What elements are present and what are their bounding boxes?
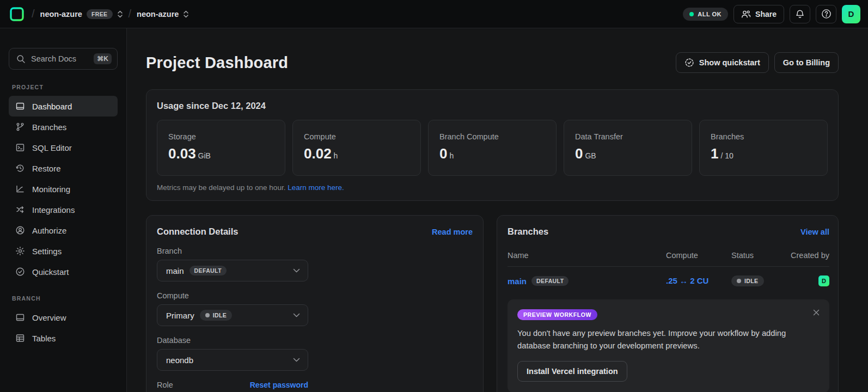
search-placeholder: Search Docs xyxy=(31,54,88,63)
stat-label: Branch Compute xyxy=(439,132,545,141)
breadcrumb-org[interactable]: neon-azure FREE xyxy=(40,9,123,19)
branches-title: Branches xyxy=(508,226,548,237)
compute-select[interactable]: Primary IDLE xyxy=(157,304,308,326)
sidebar-item-overview[interactable]: Overview xyxy=(9,307,118,328)
sidebar-item-label: Dashboard xyxy=(32,102,72,111)
idle-dot xyxy=(737,279,741,283)
search-docs-input[interactable]: Search Docs ⌘K xyxy=(9,48,118,70)
go-to-billing-button[interactable]: Go to Billing xyxy=(774,52,839,73)
stat-value: 0 xyxy=(575,145,583,162)
compute-field-label: Compute xyxy=(157,291,189,300)
org-name: neon-azure xyxy=(40,10,82,19)
connection-details-card: Connection Details Read more Branch main… xyxy=(146,215,484,392)
database-field-label: Database xyxy=(157,336,191,345)
user-circle-icon xyxy=(15,225,25,235)
sidebar-item-quickstart[interactable]: Quickstart xyxy=(9,261,118,282)
close-icon[interactable] xyxy=(812,308,821,317)
reset-password-link[interactable]: Reset password xyxy=(250,381,308,389)
view-all-link[interactable]: View all xyxy=(800,228,829,236)
status-label: ALL OK xyxy=(698,11,722,17)
learn-more-link[interactable]: Learn more here. xyxy=(288,183,344,192)
chevron-down-icon xyxy=(293,313,300,317)
role-field-label: Role xyxy=(157,381,173,389)
branch-compute-value: .25 ↔ 2 CU xyxy=(666,276,708,285)
terminal-icon xyxy=(15,143,25,152)
chevron-down-icon xyxy=(293,358,300,362)
stat-tile-branch-compute: Branch Compute 0h xyxy=(428,120,557,176)
chevron-updown-icon xyxy=(183,10,189,19)
user-avatar[interactable]: D xyxy=(842,5,860,23)
dashboard-icon xyxy=(15,101,25,111)
stat-unit: h xyxy=(449,151,454,160)
sidebar-item-branches[interactable]: Branches xyxy=(9,117,118,137)
sidebar-item-label: Integrations xyxy=(32,205,75,215)
sidebar-item-restore[interactable]: Restore xyxy=(9,158,118,179)
chevron-down-icon xyxy=(293,268,300,273)
history-icon xyxy=(15,163,25,173)
compute-select-value: Primary xyxy=(166,311,194,320)
stat-unit: / 10 xyxy=(720,151,733,160)
bell-icon xyxy=(795,9,805,19)
sidebar-item-dashboard[interactable]: Dashboard xyxy=(9,96,118,117)
share-label: Share xyxy=(755,10,777,19)
stat-value: 0 xyxy=(439,145,447,162)
column-compute: Compute xyxy=(666,251,731,260)
install-vercel-integration-button[interactable]: Install Vercel integration xyxy=(517,361,627,382)
branch-status-badge: IDLE xyxy=(731,275,764,286)
breadcrumb-project[interactable]: neon-azure xyxy=(137,10,189,19)
stat-value: 0.03 xyxy=(168,145,196,162)
people-icon xyxy=(741,9,751,19)
sidebar-item-monitoring[interactable]: Monitoring xyxy=(9,179,118,199)
notifications-button[interactable] xyxy=(790,5,810,23)
sidebar-item-authorize[interactable]: Authorize xyxy=(9,220,118,241)
avatar-initial: D xyxy=(848,9,854,19)
stat-label: Data Transfer xyxy=(575,132,681,141)
project-name: neon-azure xyxy=(137,10,179,19)
status-ok-dot xyxy=(689,12,694,16)
database-select[interactable]: neondb xyxy=(157,349,308,371)
go-to-billing-label: Go to Billing xyxy=(783,58,830,67)
sidebar-item-tables[interactable]: Tables xyxy=(9,328,118,348)
preview-workflow-banner: PREVIEW WORKFLOW You don't have any prev… xyxy=(508,299,829,392)
table-icon xyxy=(15,333,25,343)
chevron-updown-icon xyxy=(117,10,123,19)
banner-text: You don't have any preview branches yet.… xyxy=(517,327,818,352)
branch-table-row[interactable]: main DEFAULT .25 ↔ 2 CU IDLE D xyxy=(508,267,829,296)
stat-label: Compute xyxy=(304,132,409,141)
stat-tile-branches: Branches 1/ 10 xyxy=(699,120,828,176)
branch-select[interactable]: main DEFAULT xyxy=(157,260,308,281)
neon-logo[interactable] xyxy=(8,5,26,23)
show-quickstart-button[interactable]: Show quickstart xyxy=(676,52,769,73)
column-status: Status xyxy=(731,251,781,260)
search-shortcut-kbd: ⌘K xyxy=(94,53,112,64)
branch-field-label: Branch xyxy=(157,247,182,255)
usage-title: Usage since Dec 12, 2024 xyxy=(157,101,828,111)
check-circle-icon xyxy=(15,267,25,277)
sidebar-item-settings[interactable]: Settings xyxy=(9,241,118,261)
branch-select-value: main xyxy=(166,266,184,275)
window-icon xyxy=(15,313,25,322)
section-title-branch: BRANCH xyxy=(12,295,118,302)
shuffle-arrows-icon xyxy=(15,205,25,215)
default-badge: DEFAULT xyxy=(531,276,569,286)
help-button[interactable] xyxy=(816,5,836,23)
sidebar-item-label: Quickstart xyxy=(32,267,69,277)
git-branch-icon xyxy=(15,122,25,132)
branch-name-link[interactable]: main xyxy=(508,277,527,286)
read-more-link[interactable]: Read more xyxy=(432,228,473,236)
section-title-project: PROJECT xyxy=(12,84,118,90)
search-icon xyxy=(16,54,26,64)
page-title: Project Dashboard xyxy=(146,54,288,72)
stat-tile-compute: Compute 0.02h xyxy=(292,120,421,176)
top-bar: / neon-azure FREE / neon-azure ALL OK Sh… xyxy=(0,0,868,28)
chart-line-icon xyxy=(15,184,25,194)
stat-label: Branches xyxy=(711,132,816,141)
stat-unit: GB xyxy=(585,151,596,160)
share-button[interactable]: Share xyxy=(733,5,784,23)
default-badge: DEFAULT xyxy=(190,266,227,275)
sidebar-item-integrations[interactable]: Integrations xyxy=(9,199,118,220)
sidebar-item-sql-editor[interactable]: SQL Editor xyxy=(9,137,118,158)
sidebar-item-label: Settings xyxy=(32,247,62,256)
sidebar-item-label: Authorize xyxy=(32,226,66,235)
system-status-pill[interactable]: ALL OK xyxy=(683,8,728,21)
